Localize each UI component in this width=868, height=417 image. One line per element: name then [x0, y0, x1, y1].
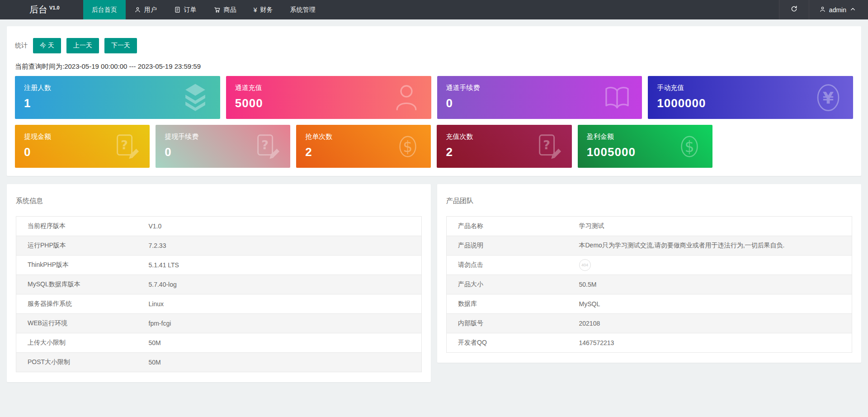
table-row: 运行PHP版本7.2.33	[16, 236, 422, 256]
stats-panel: 统计 今 天上一天下一天 当前查询时间为:2023-05-19 00:00:00…	[7, 26, 861, 176]
yuan-circle-icon: ¥	[812, 82, 844, 114]
row-label: 数据库	[447, 294, 575, 314]
stat-card: 充值次数2?	[437, 125, 571, 168]
row-value: fpm-fcgi	[144, 314, 422, 333]
user-icon	[819, 6, 826, 14]
row-value: 50.5M	[575, 275, 852, 294]
svg-text:$: $	[684, 137, 694, 155]
row-label: MySQL数据库版本	[16, 275, 144, 294]
cart-icon	[214, 6, 221, 13]
doc-question-icon: ?	[253, 133, 281, 161]
refresh-button[interactable]	[779, 0, 809, 19]
table-row: WEB运行环境fpm-fcgi	[16, 314, 422, 333]
page: 后台 V1.0 后台首页用户订单商品¥财务系统管理 admin	[0, 0, 868, 417]
nav-item-label: 订单	[184, 6, 197, 14]
stat-card: 通道充值5000	[226, 76, 431, 119]
table-row: POST大小限制50M	[16, 353, 422, 372]
product-team-table: 产品名称学习测试产品说明本Demo只为学习测试交流,请勿要做商业或者用于违法行为…	[446, 216, 852, 353]
book-icon	[601, 82, 633, 114]
row-value: 学习测试	[575, 217, 852, 236]
row-value: 50M	[144, 353, 422, 372]
row-label: 开发者QQ	[447, 333, 575, 353]
system-info-panel: 系统信息 当前程序版本V1.0运行PHP版本7.2.33ThinkPHP版本5.…	[7, 184, 431, 382]
stat-card: 抢单次数2$	[296, 125, 431, 168]
row-value: MySQL	[575, 294, 852, 314]
svg-text:$: $	[403, 137, 413, 155]
nav-item-finance[interactable]: ¥财务	[245, 0, 282, 19]
stat-cards-row1: 注册人数1通道充值5000通道手续费0手动充值1000000¥	[15, 76, 853, 119]
nav-item-home[interactable]: 后台首页	[83, 0, 126, 19]
yen-icon: ¥	[254, 6, 257, 14]
nav-item-label: 系统管理	[290, 6, 315, 14]
row-label: 请勿点击	[447, 256, 575, 275]
table-row: 请勿点击404	[447, 256, 852, 275]
stat-card: 通道手续费0	[437, 76, 642, 119]
doc-question-icon: ?	[113, 133, 141, 161]
table-row: 上传大小限制50M	[16, 333, 422, 353]
table-row: 产品名称学习测试	[447, 217, 852, 236]
stat-card: 盈利金额1005000$	[578, 125, 712, 168]
row-value: V1.0	[144, 217, 422, 236]
nav-item-system[interactable]: 系统管理	[281, 0, 324, 19]
stat-card: 注册人数1	[15, 76, 220, 119]
brand-version: V1.0	[49, 5, 60, 10]
stats-label: 统计	[15, 42, 28, 50]
row-value: 本Demo只为学习测试交流,请勿要做商业或者用于违法行为,一切后果自负.	[575, 236, 852, 256]
row-value: 5.1.41 LTS	[144, 256, 422, 275]
row-value: 7.2.33	[144, 236, 422, 256]
stat-card: 手动充值1000000¥	[648, 76, 853, 119]
row-label: 运行PHP版本	[16, 236, 144, 256]
nav-item-label: 用户	[144, 6, 157, 14]
brand-title: 后台	[29, 4, 47, 16]
stat-card: 提现手续费0?	[156, 125, 290, 168]
row-value: 404	[575, 256, 852, 275]
dollar-circle-icon: $	[675, 133, 703, 161]
row-label: 内部版号	[447, 314, 575, 333]
navbar-right: admin	[779, 0, 868, 19]
row-label: 产品名称	[447, 217, 575, 236]
nav-item-orders[interactable]: 订单	[165, 0, 205, 19]
table-row: 数据库MySQL	[447, 294, 852, 314]
row-label: 上传大小限制	[16, 333, 144, 353]
row-label: 服务器操作系统	[16, 294, 144, 314]
main-content: 统计 今 天上一天下一天 当前查询时间为:2023-05-19 00:00:00…	[0, 19, 868, 389]
table-row: 服务器操作系统Linux	[16, 294, 422, 314]
nav-menu: 后台首页用户订单商品¥财务系统管理	[83, 0, 324, 19]
product-team-panel: 产品团队 产品名称学习测试产品说明本Demo只为学习测试交流,请勿要做商业或者用…	[437, 184, 861, 363]
brand: 后台 V1.0	[0, 0, 83, 19]
username: admin	[829, 6, 846, 14]
table-row: MySQL数据库版本5.7.40-log	[16, 275, 422, 294]
svg-text:?: ?	[121, 137, 128, 152]
row-label: 产品大小	[447, 275, 575, 294]
row-value: 1467572213	[575, 333, 852, 353]
user-menu[interactable]: admin	[809, 0, 868, 19]
table-row: ThinkPHP版本5.1.41 LTS	[16, 256, 422, 275]
range-button-next-day[interactable]: 下一天	[104, 38, 137, 53]
range-button-today[interactable]: 今 天	[33, 38, 61, 53]
stat-card: 提现金额0?	[15, 125, 150, 168]
person-icon	[391, 82, 422, 114]
row-label: POST大小限制	[16, 353, 144, 372]
product-team-title: 产品团队	[446, 197, 852, 205]
row-value: Linux	[144, 294, 422, 314]
row-value: 202108	[575, 314, 852, 333]
chevron-up-icon	[849, 6, 856, 14]
user-icon	[134, 6, 141, 13]
doc-question-icon: ?	[535, 133, 563, 161]
query-time-text: 当前查询时间为:2023-05-19 00:00:00 --- 2023-05-…	[15, 62, 853, 71]
svg-text:¥: ¥	[823, 89, 834, 107]
range-button-prev-day[interactable]: 上一天	[66, 38, 99, 53]
system-info-table: 当前程序版本V1.0运行PHP版本7.2.33ThinkPHP版本5.1.41 …	[16, 216, 422, 372]
range-buttons: 今 天上一天下一天	[33, 38, 142, 53]
nav-item-users[interactable]: 用户	[126, 0, 165, 19]
nav-item-label: 商品	[224, 6, 236, 14]
table-row: 当前程序版本V1.0	[16, 217, 422, 236]
stats-header: 统计 今 天上一天下一天	[15, 38, 853, 53]
refresh-icon	[790, 5, 798, 14]
table-row: 产品大小50.5M	[447, 275, 852, 294]
nav-item-goods[interactable]: 商品	[205, 0, 245, 19]
badge-404[interactable]: 404	[579, 259, 591, 271]
layers-icon	[179, 82, 211, 114]
file-icon	[174, 6, 181, 13]
table-row: 开发者QQ1467572213	[447, 333, 852, 353]
